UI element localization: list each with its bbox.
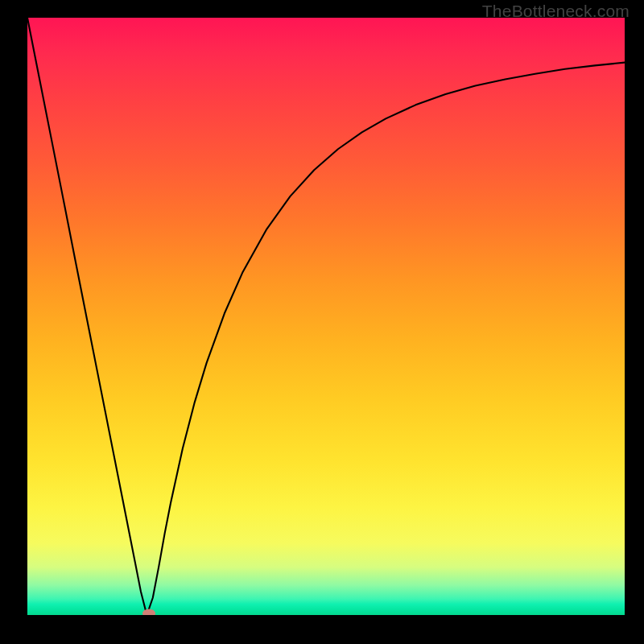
- optimum-marker: [142, 609, 155, 615]
- plot-area: [27, 18, 625, 615]
- chart-frame: TheBottleneck.com: [0, 0, 644, 644]
- bottleneck-curve: [27, 18, 625, 615]
